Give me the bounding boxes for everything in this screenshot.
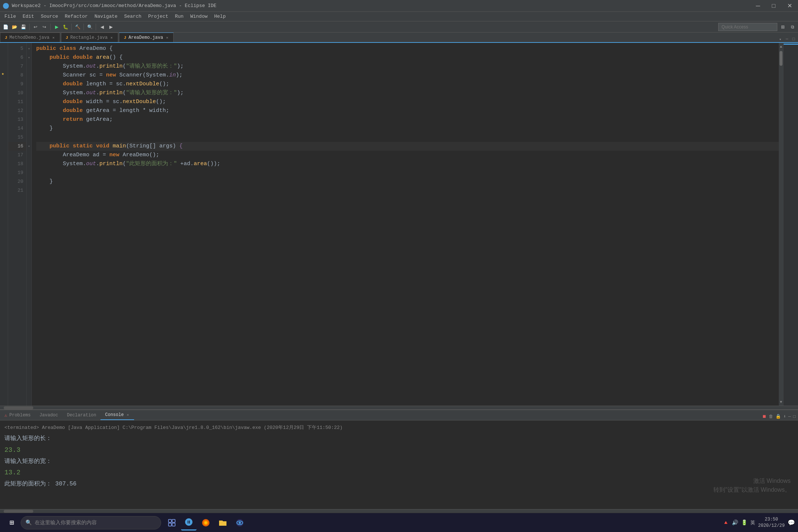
- console-close-btn[interactable]: ✕: [126, 412, 130, 417]
- toolbar-search[interactable]: 🔍: [86, 23, 94, 31]
- toolbar-build[interactable]: 🔨: [74, 23, 82, 31]
- volume-icon[interactable]: 🔊: [732, 519, 738, 526]
- console-scroll-icon[interactable]: ⬇: [782, 413, 787, 420]
- line-num-13: 13: [8, 115, 26, 124]
- toolbar-back[interactable]: ◀: [98, 23, 106, 31]
- toolbar-sep1: [29, 24, 30, 30]
- network-icon[interactable]: 🔺: [723, 519, 729, 526]
- toolbar-new[interactable]: 📄: [1, 23, 10, 31]
- console-stop-icon[interactable]: ⏹: [761, 413, 767, 420]
- taskbar-search[interactable]: 🔍 在这里输入你要搜索的内容: [21, 516, 161, 529]
- scroll-thumb[interactable]: [780, 51, 782, 66]
- toolbar-debug[interactable]: 🐛: [61, 23, 69, 31]
- quick-access-area: ⊞ ⧉: [718, 23, 797, 31]
- line-num-14: 14: [8, 124, 26, 133]
- taskbar-eclipse[interactable]: [232, 515, 248, 531]
- menu-window[interactable]: Window: [187, 12, 211, 21]
- tab-label-methoddemo: MethodDemo.java: [10, 35, 50, 40]
- title-bar: Workspace2 - ImoocProj/src/com/imooc/met…: [0, 0, 798, 12]
- method-nextdouble-11: nextDouble: [123, 98, 156, 106]
- kw-void: void: [96, 142, 109, 151]
- close-button[interactable]: ✕: [784, 1, 795, 11]
- toolbar-run[interactable]: ▶: [52, 23, 61, 31]
- vertical-scrollbar[interactable]: ▲ ▼: [779, 43, 783, 406]
- bottom-tab-console[interactable]: Console ✕: [100, 410, 134, 420]
- console-lock-icon[interactable]: 🔒: [775, 413, 782, 420]
- code-line-8: Scanner sc = new Scanner(System.in);: [36, 71, 779, 80]
- menu-navigate[interactable]: Navigate: [92, 12, 120, 21]
- menu-project[interactable]: Project: [145, 12, 171, 21]
- notification-icon[interactable]: 💬: [788, 519, 795, 526]
- taskbar-time-display: 23:50: [758, 516, 785, 523]
- tab-minimize-icon[interactable]: ─: [784, 36, 790, 42]
- method-println-7: println: [99, 62, 123, 71]
- title-bar-content: Workspace2 - ImoocProj/src/com/imooc/met…: [3, 3, 216, 9]
- console-clear-icon[interactable]: 🗑: [768, 413, 774, 420]
- code-line-10: System.out.println("请输入矩形的宽：");: [36, 89, 779, 98]
- toolbar-open[interactable]: 📂: [10, 23, 18, 31]
- battery-icon[interactable]: 🔋: [741, 519, 747, 526]
- h-scroll-thumb[interactable]: [4, 406, 33, 409]
- taskbar-task-view[interactable]: [164, 515, 180, 531]
- taskbar-edge[interactable]: [181, 515, 197, 531]
- tab-areademo[interactable]: J AreaDemo.java ✕: [119, 33, 174, 42]
- fold-6[interactable]: ▾: [27, 53, 31, 62]
- fold-7: [27, 62, 31, 71]
- menu-refactor[interactable]: Refactor: [62, 12, 91, 21]
- tab-rectangle[interactable]: J Rectangle.java ✕: [61, 33, 118, 42]
- tab-close-methoddemo[interactable]: ✕: [52, 35, 55, 40]
- toolbar-redo[interactable]: ↪: [40, 23, 48, 31]
- code-line-17: AreaDemo ad = new AreaDemo();: [36, 151, 779, 160]
- console-h-scrollbar[interactable]: [0, 509, 798, 513]
- taskbar-firefox[interactable]: [198, 515, 214, 531]
- menu-run[interactable]: Run: [172, 12, 187, 21]
- taskbar-datetime[interactable]: 23:50 2020/12/29: [758, 516, 785, 529]
- scroll-down-btn[interactable]: ▼: [781, 399, 781, 405]
- tab-close-areademo[interactable]: ✕: [165, 35, 169, 40]
- toolbar-undo[interactable]: ↩: [31, 23, 40, 31]
- fold-15: [27, 133, 31, 142]
- fold-16[interactable]: ▾: [27, 142, 31, 151]
- menu-search[interactable]: Search: [121, 12, 144, 21]
- console-h-thumb[interactable]: [4, 510, 33, 513]
- console-output: <terminated> AreaDemo [Java Application]…: [0, 420, 798, 509]
- line-num-5: 5: [8, 44, 26, 53]
- menu-file[interactable]: File: [1, 12, 19, 21]
- quick-access-input[interactable]: [718, 23, 777, 31]
- toolbar-perspectives[interactable]: ⊞: [779, 23, 787, 31]
- scroll-up-btn[interactable]: ▲: [781, 44, 781, 50]
- tab-maximize-icon[interactable]: □: [791, 36, 797, 42]
- toolbar-views[interactable]: ⧉: [788, 23, 797, 31]
- fold-5[interactable]: ▾: [27, 44, 31, 53]
- taskbar-date-display: 2020/12/29: [758, 523, 785, 529]
- tab-close-rectangle[interactable]: ✕: [110, 35, 113, 40]
- menu-source[interactable]: Source: [38, 12, 61, 21]
- menu-edit[interactable]: Edit: [20, 12, 37, 21]
- maximize-button[interactable]: □: [769, 1, 778, 11]
- horizontal-scrollbar[interactable]: [0, 406, 798, 409]
- bottom-tab-javadoc[interactable]: Javadoc: [35, 410, 62, 420]
- language-indicator[interactable]: 英: [750, 519, 755, 526]
- bottom-tab-declaration[interactable]: Declaration: [62, 410, 100, 420]
- field-out-18: out: [86, 160, 96, 168]
- code-line-5: public class AreaDemo {: [36, 44, 779, 53]
- tab-list-icon[interactable]: ▾: [777, 36, 783, 42]
- minimize-button[interactable]: ─: [753, 1, 763, 11]
- start-button[interactable]: ⊞: [3, 514, 21, 532]
- svg-point-9: [239, 522, 241, 524]
- toolbar-save[interactable]: 💾: [19, 23, 27, 31]
- bottom-tab-problems[interactable]: ⚠ Problems: [0, 410, 35, 420]
- menu-help[interactable]: Help: [211, 12, 229, 21]
- code-line-21: [36, 186, 779, 195]
- tab-methoddemo[interactable]: J MethodDemo.java ✕: [0, 33, 60, 42]
- console-maximize-icon[interactable]: □: [792, 413, 797, 420]
- kw-new-17: new: [109, 151, 119, 160]
- taskbar-explorer[interactable]: [215, 515, 231, 531]
- kw-double-6: double: [73, 53, 93, 62]
- code-editor[interactable]: public class AreaDemo { public double ar…: [32, 43, 779, 406]
- bottom-tab-javadoc-label: Javadoc: [40, 413, 58, 418]
- tab-icon-area: J: [124, 35, 126, 40]
- toolbar-sep4: [83, 24, 84, 30]
- console-minimize-icon[interactable]: ─: [788, 413, 792, 420]
- toolbar-forward[interactable]: ▶: [107, 23, 115, 31]
